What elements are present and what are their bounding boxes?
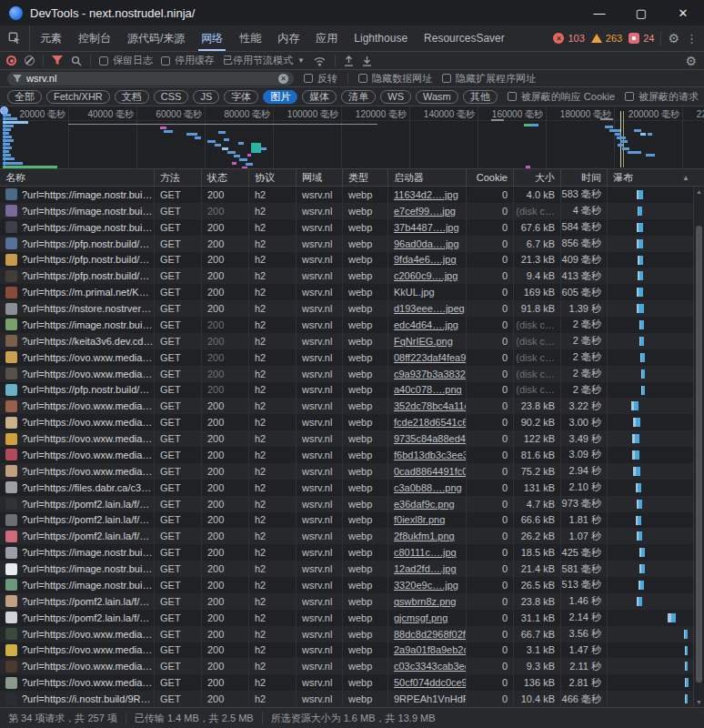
column-header-1[interactable]: 方法 [155,169,202,186]
initiator-link[interactable]: 352dc78bc4a11e [394,400,467,411]
chip-2[interactable]: 文档 [115,90,149,104]
table-row[interactable]: ?url=https://ovo.wxw.media… GET 200 h2 w… [0,414,704,430]
issues-badge[interactable]: 24 [629,33,654,44]
table-row[interactable]: ?url=https://ovo.wxw.media… GET 200 h2 w… [0,626,704,642]
initiator-link[interactable]: edc4d64….jpg [394,319,458,330]
initiator-link[interactable]: 0cad8864491fc0 [394,466,467,477]
import-har-icon[interactable] [344,56,354,66]
table-row[interactable]: ?url=https://image.nostr.bui… GET 200 h2… [0,187,704,203]
chip-8[interactable]: 清单 [341,90,376,104]
inspect-element-button[interactable] [0,25,30,51]
table-row[interactable]: ?url=https://ovo.wxw.media… GET 200 h2 w… [0,463,704,480]
initiator-link[interactable]: KkUL.jpg [394,287,435,298]
chip-4[interactable]: JS [193,90,219,104]
initiator-link[interactable]: c2060c9….jpg [394,270,458,281]
tab-1[interactable]: 控制台 [70,25,119,51]
initiator-link[interactable]: c9a937b3a3832d [394,369,467,379]
invert-checkbox[interactable]: 反转 [304,72,337,86]
table-row[interactable]: ?url=https://pomf2.lain.la/f/… GET 200 h… [0,593,704,610]
tab-7[interactable]: Lighthouse [346,25,416,51]
initiator-link[interactable]: 50cf074ddc0ce9 [394,677,467,688]
filter-icon[interactable] [52,56,63,66]
initiator-link[interactable]: c3a0b88….png [394,482,462,493]
column-header-8[interactable]: 大小 [514,169,561,186]
vertical-scrollbar[interactable]: ▲ ▼ [693,187,704,707]
table-row[interactable]: ?url=https://pomf2.lain.la/f/… GET 200 h… [0,528,704,544]
table-row[interactable]: ?url=https://pfp.nostr.build/… GET 200 h… [0,252,704,268]
table-row[interactable]: ?url=https://image.nostr.bui… GET 200 h2… [0,561,704,577]
table-row[interactable]: ?url=https://nstore.nostrver… GET 200 h2… [0,300,704,317]
column-header-5[interactable]: 类型 [343,169,388,186]
column-header-4[interactable]: 网域 [297,169,343,186]
initiator-link[interactable]: 9RPEAh1VnHdPz [394,693,467,704]
network-settings-gear-icon[interactable]: ⚙ [685,55,697,67]
table-row[interactable]: ?url=https://image.nostr.bui… GET 200 h2… [0,577,704,593]
initiator-link[interactable]: 37b4487….jpg [394,222,459,233]
chip-11[interactable]: 其他 [463,90,498,104]
initiator-link[interactable]: 2a9a01f8a9eb2c [394,644,467,655]
minimize-button[interactable]: — [578,0,620,25]
initiator-link[interactable]: 12ad2fd….jpg [394,563,457,574]
chip-1[interactable]: Fetch/XHR [46,90,110,104]
initiator-link[interactable]: gjcmsgf.png [394,612,448,623]
initiator-link[interactable]: e7cef99….jpg [394,206,456,217]
table-row[interactable]: ?url=https://ovo.wxw.media… GET 200 h2 w… [0,349,704,366]
table-row[interactable]: ?url=https://ovo.wxw.media… GET 200 h2 w… [0,642,704,659]
initiator-link[interactable]: 9fda4e6….jpg [394,254,457,265]
table-row[interactable]: ?url=https://keita3v6.dev.cd… GET 200 h2… [0,333,704,349]
tab-3[interactable]: 网络 [193,25,231,51]
export-har-icon[interactable] [362,56,372,66]
table-row[interactable]: ?url=https://ovo.wxw.media… GET 200 h2 w… [0,658,704,674]
search-icon[interactable] [71,56,82,66]
record-button[interactable] [6,56,16,66]
network-conditions-icon[interactable] [313,56,327,66]
initiator-link[interactable]: 3320e9c….jpg [394,580,458,591]
chip-7[interactable]: 媒体 [302,90,337,104]
initiator-link[interactable]: c80111c….jpg [394,547,457,558]
initiator-link[interactable]: FqNrIEG.png [394,336,453,347]
maximize-button[interactable]: ▢ [620,0,662,25]
table-row[interactable]: ?url=https://pfp.nostr.build/… GET 200 h… [0,268,704,284]
table-row[interactable]: ?url=https://image.nostr.bui… GET 200 h2… [0,317,704,333]
initiator-link[interactable]: 88dc8d2968f02f [394,629,466,640]
table-row[interactable]: ?url=https://pfp.nostr.build/… GET 200 h… [0,236,704,252]
initiator-link[interactable]: a40c078….png [394,384,462,395]
clear-button[interactable] [25,56,35,66]
initiator-link[interactable]: 2f8ukfm1.png [394,531,455,541]
table-row[interactable]: ?url=https://files.dabr.ca/c3… GET 200 h… [0,480,704,496]
tab-5[interactable]: 内存 [269,25,307,51]
table-row[interactable]: ?url=https://image.nostr.bui… GET 200 h2… [0,219,704,236]
clear-filter-icon[interactable]: ✕ [278,74,288,84]
column-header-9[interactable]: 时间 [561,169,608,186]
throttling-dropdown[interactable]: 已停用节流模式 ▼ [223,54,305,67]
column-header-0[interactable]: 名称 [0,169,155,186]
tab-0[interactable]: 元素 [32,25,70,51]
console-errors-badge[interactable]: ✕ 103 [553,33,584,44]
table-row[interactable]: ?url=https://ovo.wxw.media… GET 200 h2 w… [0,674,704,691]
initiator-link[interactable]: c03c3343cab3ee [394,661,467,672]
table-row[interactable]: ?url=https://ovo.wxw.media… GET 200 h2 w… [0,398,704,414]
timeline-overview[interactable]: 20000 毫秒40000 毫秒60000 毫秒80000 毫秒100000 毫… [0,106,704,169]
tab-4[interactable]: 性能 [231,25,269,51]
column-header-6[interactable]: 启动器 [388,169,467,186]
table-row[interactable]: ?url=https://ovo.wxw.media… GET 200 h2 w… [0,366,704,382]
table-row[interactable]: ?url=https://pomf2.lain.la/f/… GET 200 h… [0,512,704,529]
scrollbar-thumb[interactable] [696,226,702,682]
tab-8[interactable]: ResourcesSaver [416,25,513,51]
table-row[interactable]: ?url=https://pomf2.lain.la/f/… GET 200 h… [0,610,704,626]
settings-gear-icon[interactable]: ⚙ [668,32,679,45]
column-header-2[interactable]: 状态 [202,169,249,186]
more-options-icon[interactable]: ⋮ [686,32,698,46]
column-header-7[interactable]: Cookie [467,169,514,186]
console-warnings-badge[interactable]: 263 [591,33,622,44]
disable-cache-checkbox[interactable]: 停用缓存 [161,54,215,67]
initiator-link[interactable]: f6bd13db3c3ee3 [394,450,467,460]
scroll-up-icon[interactable]: ▲ [694,188,704,195]
column-header-3[interactable]: 协议 [249,169,297,186]
initiator-link[interactable]: e36daf9c.png [394,499,455,510]
chip-10[interactable]: Wasm [416,90,458,104]
table-row[interactable]: ?url=https://pomf2.lain.la/f/… GET 200 h… [0,496,704,512]
tab-2[interactable]: 源代码/来源 [119,25,193,51]
chip-3[interactable]: CSS [154,90,189,104]
column-header-10[interactable]: 瀑布 [608,169,704,186]
